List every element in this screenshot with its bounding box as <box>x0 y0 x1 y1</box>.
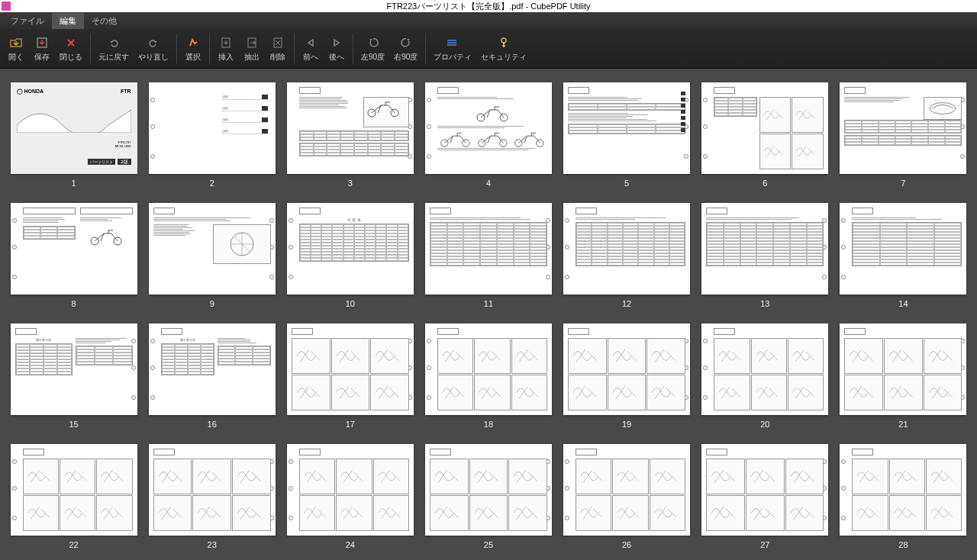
open-icon <box>8 35 24 50</box>
svg-rect-8 <box>503 42 505 47</box>
open-button[interactable]: 開く <box>3 34 29 64</box>
page-thumbnail[interactable] <box>425 323 552 415</box>
thumbnail-cell: 11 <box>424 203 553 308</box>
page-thumbnail[interactable]: 索引番号表 <box>149 323 276 415</box>
svg-point-6 <box>447 44 449 46</box>
thumbnail-cell: 20 <box>701 323 830 429</box>
page-thumbnail[interactable] <box>425 203 552 294</box>
page-thumbnail[interactable] <box>563 203 690 294</box>
page-number: 2 <box>210 179 214 188</box>
thumbnail-cell: ◯ HONDAFTR FTR223YMC34-1000 パーツリスト 2版 1 <box>9 82 138 188</box>
page-number: 16 <box>208 420 217 429</box>
page-thumbnail[interactable] <box>287 323 414 415</box>
thumbnail-cell: 18 <box>424 323 553 429</box>
page-thumbnail[interactable] <box>840 203 966 294</box>
page-number: 12 <box>622 299 631 308</box>
page-thumbnail[interactable] <box>840 323 966 415</box>
page-thumbnail[interactable] <box>701 444 828 536</box>
thumbnail-cell: 14 <box>839 203 968 308</box>
page-number: 6 <box>763 179 767 188</box>
page-thumbnail[interactable] <box>149 444 276 536</box>
page-thumbnail[interactable] <box>287 82 414 174</box>
select-icon <box>185 35 201 50</box>
thumbnail-cell: 5 <box>563 82 692 188</box>
save-button[interactable]: 保存 <box>29 34 55 64</box>
svg-point-19 <box>930 103 956 114</box>
redo-button[interactable]: やり直し <box>134 34 173 64</box>
page-thumbnail[interactable] <box>563 323 690 415</box>
page-thumbnail[interactable] <box>11 444 137 536</box>
page-number: 26 <box>622 540 631 549</box>
redo-icon <box>146 35 161 50</box>
page-thumbnail[interactable] <box>425 444 552 536</box>
thumbnail-cell: 8 <box>9 203 138 308</box>
thumbnail-cell: 21 <box>839 323 968 429</box>
title-bar: FTR223パーツリスト【完全版】.pdf - CubePDF Utility <box>0 0 977 12</box>
remove-button[interactable]: 削除 <box>265 34 291 64</box>
page-thumbnail[interactable] <box>840 82 966 174</box>
forward-icon <box>329 35 344 50</box>
thumbnail-cell: 9 <box>147 203 276 308</box>
page-thumbnail[interactable] <box>701 323 828 415</box>
page-thumbnail[interactable] <box>149 203 276 294</box>
close-icon <box>63 35 79 50</box>
rotate-right-button[interactable]: 右90度 <box>389 34 422 64</box>
thumbnail-cell: 28 <box>839 444 968 549</box>
undo-icon <box>106 35 121 50</box>
page-thumbnail[interactable] <box>840 444 966 536</box>
page-number: 7 <box>901 179 905 188</box>
menu-edit[interactable]: 編集 <box>52 13 84 29</box>
page-thumbnail[interactable] <box>563 444 690 536</box>
thumbnail-cell: 索引番号表 15 <box>9 323 138 429</box>
page-thumbnail[interactable] <box>701 203 828 294</box>
undo-button[interactable]: 元に戻す <box>94 34 134 64</box>
separator <box>353 34 353 64</box>
thumbnail-cell: 17 <box>285 323 414 429</box>
back-button[interactable]: 前へ <box>298 34 324 64</box>
thumbnail-cell: 7 <box>839 82 968 188</box>
thumbnail-cell: 27 <box>701 444 830 549</box>
page-thumbnail[interactable] <box>11 203 137 294</box>
thumbnail-cell: 12 <box>563 203 692 308</box>
rotate-left-button[interactable]: 左90度 <box>356 34 389 64</box>
thumbnail-cell: 24 <box>285 444 414 549</box>
page-number: 8 <box>72 299 76 308</box>
close-button[interactable]: 閉じる <box>55 34 87 64</box>
page-number: 9 <box>210 299 214 308</box>
forward-button[interactable]: 後へ <box>324 34 350 64</box>
menu-bar: ファイル 編集 その他 <box>0 12 977 29</box>
menu-other[interactable]: その他 <box>84 13 124 29</box>
separator <box>176 34 177 64</box>
page-thumbnail[interactable] <box>701 82 828 174</box>
insert-button[interactable]: 挿入 <box>213 34 239 64</box>
extract-icon <box>244 35 260 50</box>
page-number: 15 <box>69 420 78 429</box>
page-number: 27 <box>760 540 769 549</box>
thumbnail-cell: 4 <box>424 82 553 188</box>
insert-icon <box>218 35 234 50</box>
page-thumbnail[interactable] <box>287 444 414 536</box>
security-button[interactable]: セキュリティ <box>476 34 531 64</box>
page-thumbnail[interactable] <box>425 82 552 174</box>
menu-file[interactable]: ファイル <box>3 13 52 29</box>
page-number: 10 <box>346 299 355 308</box>
thumbnail-cell: 索引番号表 16 <box>147 323 276 429</box>
separator <box>425 34 426 64</box>
svg-point-16 <box>499 140 506 146</box>
page-number: 23 <box>208 540 217 549</box>
property-button[interactable]: プロパティ <box>429 34 476 64</box>
thumbnail-cell: 6 <box>701 82 830 188</box>
extract-button[interactable]: 抽出 <box>239 34 265 64</box>
thumbnail-cell: 22 <box>9 444 138 549</box>
toolbar: 開く 保存 閉じる 元に戻す やり直し 選択 挿入 抽出 削除 前へ 後へ <box>0 29 977 69</box>
page-thumbnail[interactable] <box>563 82 690 174</box>
page-thumbnail[interactable]: 項目項目項目項目 <box>149 82 276 174</box>
thumbnail-cell: 項目項目項目項目 2 <box>147 82 276 188</box>
page-thumbnail[interactable]: 索引番号表 <box>11 323 137 415</box>
security-icon <box>496 35 511 50</box>
page-thumbnail[interactable]: 年 度 表 <box>287 203 414 294</box>
page-thumbnail[interactable]: ◯ HONDAFTR FTR223YMC34-1000 パーツリスト 2版 <box>11 82 137 174</box>
thumbnail-viewport[interactable]: ◯ HONDAFTR FTR223YMC34-1000 パーツリスト 2版 1 … <box>0 69 977 560</box>
separator <box>294 34 295 64</box>
select-button[interactable]: 選択 <box>180 34 206 64</box>
